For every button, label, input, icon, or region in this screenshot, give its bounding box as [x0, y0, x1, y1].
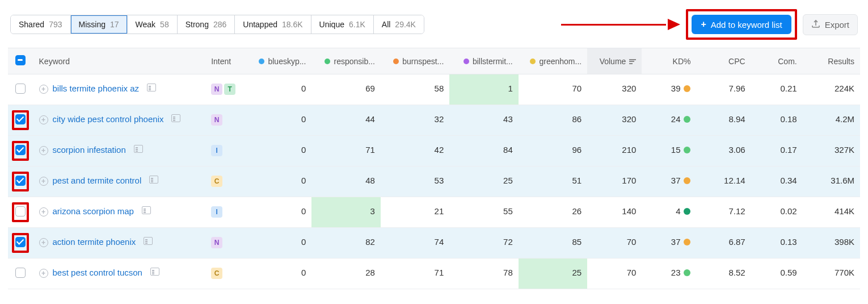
intent-badge: N — [211, 114, 222, 126]
annotation-highlight-box — [12, 141, 29, 161]
filter-tab[interactable]: Shared793 — [11, 15, 71, 34]
tab-count: 18.6K — [282, 20, 303, 29]
header-comp-1[interactable]: responsib... — [311, 48, 380, 74]
add-to-keyword-list-button[interactable]: + Add to keyword list — [692, 15, 791, 34]
header-com[interactable]: Com. — [751, 48, 803, 74]
serp-icon[interactable] — [147, 84, 156, 91]
export-button[interactable]: Export — [803, 14, 858, 35]
serp-icon[interactable] — [171, 114, 180, 122]
header-kd[interactable]: KD% — [642, 48, 696, 74]
kd-value: 37 — [671, 237, 681, 247]
header-comp-3[interactable]: billstermit... — [449, 48, 518, 74]
keyword-link[interactable]: city wide pest control phoenix — [53, 114, 164, 124]
keyword-link[interactable]: pest and termite control — [53, 176, 142, 185]
keyword-link[interactable]: arizona scorpion map — [53, 206, 134, 216]
tab-count: 6.1K — [349, 20, 365, 29]
dot-icon — [530, 59, 536, 64]
intent-badge: N — [211, 237, 222, 248]
kd-difficulty-icon — [684, 147, 690, 153]
kd-value: 39 — [671, 84, 681, 93]
volume-value: 210 — [587, 136, 642, 166]
tab-count: 29.4K — [395, 20, 416, 29]
serp-icon[interactable] — [134, 145, 143, 153]
row-checkbox[interactable] — [15, 206, 26, 216]
keyword-link[interactable]: scorpion infestation — [53, 145, 126, 155]
competitor-rank: 42 — [381, 136, 449, 166]
dot-icon — [259, 59, 264, 64]
dot-icon — [325, 59, 330, 64]
com-value: 0.13 — [751, 228, 803, 259]
kd-difficulty-icon — [684, 177, 690, 184]
expand-icon[interactable] — [39, 269, 48, 278]
competitor-rank: 0 — [243, 197, 311, 228]
tab-label: All — [382, 20, 391, 29]
competitor-rank: 0 — [243, 228, 311, 259]
results-value: 414K — [803, 197, 860, 228]
results-value: 398K — [803, 228, 860, 259]
select-all-checkbox[interactable] — [15, 55, 26, 65]
competitor-rank: 71 — [311, 136, 380, 166]
keyword-link[interactable]: bills termite phoenix az — [53, 84, 140, 93]
filter-tab[interactable]: Untapped18.6K — [235, 15, 311, 34]
row-checkbox[interactable] — [15, 237, 26, 247]
kd-value: 15 — [671, 145, 681, 155]
table-row: city wide pest control phoenixN044324386… — [8, 105, 860, 136]
header-comp-2[interactable]: burnspest... — [381, 48, 449, 74]
cpc-value: 3.06 — [696, 136, 751, 166]
header-comp-4[interactable]: greenhom... — [519, 48, 587, 74]
expand-icon[interactable] — [39, 85, 48, 94]
annotation-highlight-box: + Add to keyword list — [686, 9, 797, 40]
expand-icon[interactable] — [39, 177, 48, 186]
filter-tab[interactable]: Missing17 — [71, 15, 128, 34]
competitor-rank: 48 — [311, 166, 380, 197]
competitor-rank: 0 — [243, 74, 311, 105]
header-volume[interactable]: Volume — [587, 48, 642, 74]
tab-label: Missing — [79, 20, 106, 29]
serp-icon[interactable] — [142, 206, 151, 214]
cpc-value: 7.12 — [696, 197, 751, 228]
volume-value: 170 — [587, 166, 642, 197]
serp-icon[interactable] — [144, 237, 153, 245]
row-checkbox[interactable] — [15, 84, 26, 94]
header-intent[interactable]: Intent — [205, 48, 243, 74]
expand-icon[interactable] — [39, 238, 48, 247]
com-value: 0.17 — [751, 136, 803, 166]
cpc-value: 8.94 — [696, 105, 751, 136]
intent-badge: C — [211, 268, 222, 279]
expand-icon[interactable] — [39, 146, 48, 155]
volume-value: 320 — [587, 105, 642, 136]
expand-icon[interactable] — [39, 207, 48, 216]
filter-tab[interactable]: All29.4K — [374, 15, 424, 34]
header-results[interactable]: Results — [803, 48, 860, 74]
row-checkbox[interactable] — [15, 176, 26, 186]
filter-tab[interactable]: Weak58 — [128, 15, 178, 34]
results-value: 327K — [803, 136, 860, 166]
competitor-rank: 51 — [519, 166, 587, 197]
header-comp-0[interactable]: blueskyp... — [243, 48, 311, 74]
keyword-link[interactable]: action termite phoenix — [53, 237, 136, 247]
filter-tab[interactable]: Strong286 — [178, 15, 235, 34]
annotation-arrow — [561, 19, 680, 30]
com-value: 0.18 — [751, 105, 803, 136]
competitor-rank: 0 — [243, 259, 311, 289]
kd-difficulty-icon — [684, 85, 690, 92]
com-value: 0.21 — [751, 74, 803, 105]
serp-icon[interactable] — [149, 176, 158, 184]
export-button-label: Export — [825, 20, 849, 30]
dot-icon — [393, 59, 399, 64]
header-cpc[interactable]: CPC — [696, 48, 751, 74]
row-checkbox[interactable] — [15, 145, 26, 155]
competitor-rank: 82 — [311, 228, 380, 259]
expand-icon[interactable] — [39, 115, 48, 124]
header-keyword[interactable]: Keyword — [33, 48, 206, 74]
table-row: arizona scorpion mapI0321552614047.120.0… — [8, 197, 860, 228]
keywords-table: Keyword Intent blueskyp... responsib... … — [8, 48, 860, 289]
row-checkbox[interactable] — [15, 114, 26, 124]
filter-tab[interactable]: Unique6.1K — [311, 15, 374, 34]
intent-badge: I — [211, 206, 222, 218]
competitor-rank: 74 — [381, 228, 449, 259]
cpc-value: 6.87 — [696, 228, 751, 259]
keyword-link[interactable]: best pest control tucson — [53, 268, 142, 277]
row-checkbox[interactable] — [15, 268, 26, 278]
serp-icon[interactable] — [150, 268, 159, 276]
